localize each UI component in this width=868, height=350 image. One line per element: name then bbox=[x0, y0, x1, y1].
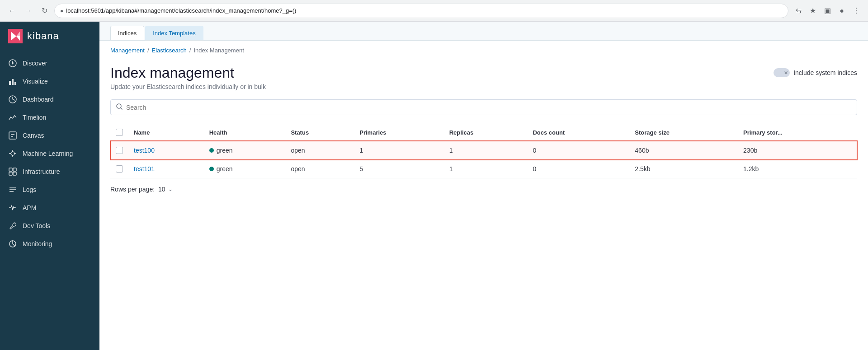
rows-per-page-selector[interactable]: 10 ⌄ bbox=[158, 186, 173, 193]
sidebar-item-monitoring-label: Monitoring bbox=[23, 240, 52, 247]
infrastructure-icon bbox=[8, 167, 17, 176]
svg-line-11 bbox=[13, 99, 15, 100]
col-docs-count: Docs count bbox=[527, 124, 629, 141]
sidebar-item-timelion[interactable]: Timelion bbox=[0, 108, 99, 126]
row-primary-store-1: 1.2kb bbox=[738, 160, 857, 178]
breadcrumb-elasticsearch[interactable]: Elasticsearch bbox=[152, 47, 187, 54]
health-label-1: green bbox=[217, 165, 233, 173]
page-title: Index management bbox=[110, 65, 266, 81]
row-name-0: test100 bbox=[128, 141, 204, 160]
sidebar-logo: kibana bbox=[0, 22, 99, 51]
forward-button[interactable]: → bbox=[22, 5, 34, 17]
ml-icon bbox=[8, 149, 17, 158]
sidebar-item-machine-learning[interactable]: Machine Learning bbox=[0, 145, 99, 163]
sidebar-item-discover[interactable]: Discover bbox=[0, 54, 99, 72]
kibana-logo-text: kibana bbox=[27, 30, 59, 42]
breadcrumb-management[interactable]: Management bbox=[110, 47, 145, 54]
sidebar-item-canvas[interactable]: Canvas bbox=[0, 126, 99, 145]
row-replicas-1: 1 bbox=[444, 160, 528, 178]
row-checkbox-0[interactable] bbox=[116, 147, 123, 154]
health-dot-1 bbox=[209, 167, 214, 171]
row-primaries-0: 1 bbox=[354, 141, 443, 160]
search-input[interactable] bbox=[126, 104, 851, 111]
wrench-icon bbox=[8, 221, 17, 230]
index-link-0[interactable]: test100 bbox=[134, 147, 155, 154]
svg-rect-12 bbox=[9, 132, 16, 139]
sidebar-item-visualize-label: Visualize bbox=[23, 78, 48, 85]
table-body: test100 green open 1 1 0 460b 230b test1… bbox=[110, 141, 857, 178]
svg-rect-23 bbox=[13, 172, 16, 175]
row-health-1: green bbox=[204, 160, 286, 178]
col-storage-size: Storage size bbox=[629, 124, 738, 141]
back-button[interactable]: ← bbox=[5, 5, 18, 17]
row-health-0: green bbox=[204, 141, 286, 160]
profile-button[interactable]: ● bbox=[835, 5, 848, 17]
row-docs-count-0: 0 bbox=[527, 141, 629, 160]
sidebar-item-dev-tools[interactable]: Dev Tools bbox=[0, 217, 99, 235]
app-container: kibana Discover Visualize bbox=[0, 22, 868, 350]
svg-line-29 bbox=[121, 108, 122, 109]
search-bar bbox=[110, 99, 857, 115]
address-bar[interactable]: ● localhost:5601/app/kibana#/management/… bbox=[54, 4, 788, 18]
canvas-icon bbox=[8, 131, 17, 140]
svg-rect-21 bbox=[13, 168, 16, 171]
sidebar-item-logs-label: Logs bbox=[23, 186, 36, 193]
translate-button[interactable]: ⇆ bbox=[792, 5, 805, 17]
cast-button[interactable]: ▣ bbox=[821, 5, 834, 17]
kibana-logo-icon bbox=[8, 29, 23, 43]
toggle-x-icon: ✕ bbox=[784, 70, 788, 76]
sidebar: kibana Discover Visualize bbox=[0, 22, 99, 350]
sidebar-item-monitoring[interactable]: Monitoring bbox=[0, 235, 99, 253]
system-indices-toggle[interactable]: ✕ Include system indices bbox=[774, 68, 857, 77]
main-content: Indices Index Templates Management / Ela… bbox=[99, 22, 868, 350]
monitoring-icon bbox=[8, 239, 17, 248]
health-label-0: green bbox=[217, 147, 233, 154]
svg-rect-20 bbox=[9, 168, 12, 171]
breadcrumb-sep-1: / bbox=[147, 47, 149, 54]
sidebar-nav: Discover Visualize Dashboard bbox=[0, 51, 99, 350]
svg-rect-6 bbox=[9, 81, 11, 85]
system-indices-label: Include system indices bbox=[793, 69, 857, 76]
row-checkbox-1[interactable] bbox=[116, 165, 123, 173]
sidebar-item-discover-label: Discover bbox=[23, 60, 47, 67]
row-checkbox-cell bbox=[110, 141, 128, 160]
page-header: Index management Update your Elasticsear… bbox=[110, 57, 857, 90]
row-status-1: open bbox=[285, 160, 354, 178]
svg-marker-5 bbox=[12, 61, 14, 65]
system-indices-switch[interactable]: ✕ bbox=[774, 68, 790, 77]
table-footer: Rows per page: 10 ⌄ bbox=[110, 178, 857, 193]
sidebar-item-dashboard-label: Dashboard bbox=[23, 96, 54, 103]
breadcrumb: Management / Elasticsearch / Index Manag… bbox=[99, 41, 868, 57]
sidebar-item-dev-tools-label: Dev Tools bbox=[23, 222, 50, 229]
rows-per-page-value: 10 bbox=[158, 186, 165, 193]
menu-button[interactable]: ⋮ bbox=[850, 5, 863, 17]
lock-icon: ● bbox=[60, 8, 63, 14]
row-name-1: test101 bbox=[128, 160, 204, 178]
health-dot-0 bbox=[209, 148, 214, 153]
dashboard-icon bbox=[8, 95, 17, 104]
tab-index-templates[interactable]: Index Templates bbox=[145, 26, 203, 40]
sidebar-item-logs[interactable]: Logs bbox=[0, 181, 99, 199]
index-table: Name Health Status Primaries Replicas Do… bbox=[110, 124, 857, 178]
sidebar-item-dashboard[interactable]: Dashboard bbox=[0, 90, 99, 108]
bookmark-button[interactable]: ★ bbox=[807, 5, 819, 17]
index-link-1[interactable]: test101 bbox=[134, 165, 155, 173]
header-checkbox[interactable] bbox=[116, 129, 123, 136]
tab-indices[interactable]: Indices bbox=[110, 26, 144, 40]
sidebar-item-apm-label: APM bbox=[23, 204, 36, 211]
browser-actions: ⇆ ★ ▣ ● ⋮ bbox=[792, 5, 863, 17]
apm-icon bbox=[8, 203, 17, 212]
sidebar-item-visualize[interactable]: Visualize bbox=[0, 72, 99, 90]
chevron-down-icon: ⌄ bbox=[168, 186, 173, 192]
row-checkbox-cell bbox=[110, 160, 128, 178]
sidebar-item-canvas-label: Canvas bbox=[23, 132, 44, 139]
col-primary-store: Primary stor... bbox=[738, 124, 857, 141]
reload-button[interactable]: ↻ bbox=[38, 5, 51, 17]
browser-chrome: ← → ↻ ● localhost:5601/app/kibana#/manag… bbox=[0, 0, 868, 22]
sidebar-item-apm[interactable]: APM bbox=[0, 199, 99, 217]
col-replicas: Replicas bbox=[444, 124, 528, 141]
url-text: localhost:5601/app/kibana#/management/el… bbox=[66, 7, 296, 14]
timelion-icon bbox=[8, 113, 17, 122]
sidebar-item-infrastructure[interactable]: Infrastructure bbox=[0, 163, 99, 181]
col-name: Name bbox=[128, 124, 204, 141]
